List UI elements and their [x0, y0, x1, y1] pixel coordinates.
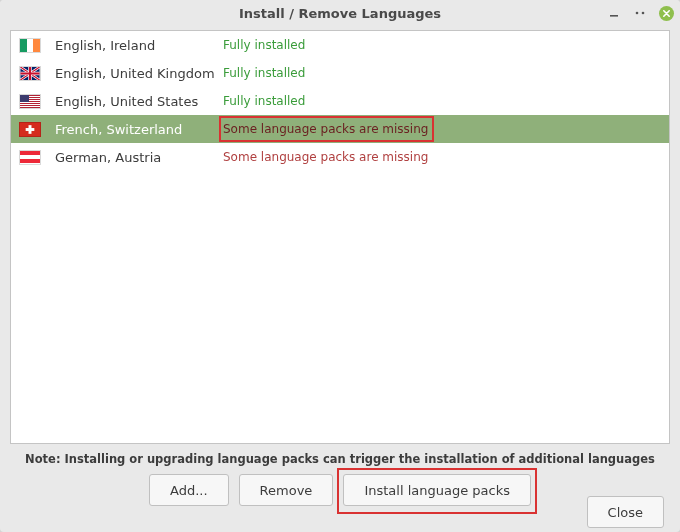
svg-rect-7 — [20, 72, 39, 74]
language-name: German, Austria — [55, 150, 223, 165]
window: Install / Remove Languages English, Irel… — [0, 0, 680, 532]
flag-icon — [19, 66, 41, 81]
language-name: English, United States — [55, 94, 223, 109]
svg-point-1 — [636, 12, 639, 15]
footer-right-buttons: Close — [587, 496, 664, 528]
footer: Add... Remove Install language packs Clo… — [0, 474, 680, 532]
maximize-icon[interactable] — [633, 6, 647, 20]
install-note: Note: Installing or upgrading language p… — [0, 444, 680, 474]
close-button[interactable]: Close — [587, 496, 664, 528]
language-name: English, United Kingdom — [55, 66, 223, 81]
language-row[interactable]: French, SwitzerlandSome language packs a… — [11, 115, 669, 143]
svg-rect-9 — [26, 128, 35, 131]
close-icon[interactable] — [659, 6, 674, 21]
svg-rect-0 — [610, 15, 618, 17]
language-row[interactable]: English, United StatesFully installed — [11, 87, 669, 115]
language-status: Some language packs are missing — [223, 122, 428, 136]
add-button[interactable]: Add... — [149, 474, 229, 506]
flag-icon — [19, 38, 41, 53]
flag-icon — [19, 94, 41, 109]
remove-button[interactable]: Remove — [239, 474, 334, 506]
svg-point-2 — [642, 12, 645, 15]
titlebar: Install / Remove Languages — [0, 0, 680, 26]
language-name: English, Ireland — [55, 38, 223, 53]
language-status: Fully installed — [223, 38, 305, 52]
minimize-icon[interactable] — [607, 6, 621, 20]
language-status: Fully installed — [223, 66, 305, 80]
window-actions — [607, 0, 674, 26]
language-status: Some language packs are missing — [223, 150, 428, 164]
install-language-packs-button[interactable]: Install language packs — [343, 474, 531, 506]
language-name: French, Switzerland — [55, 122, 223, 137]
language-row[interactable]: German, AustriaSome language packs are m… — [11, 143, 669, 171]
flag-icon — [19, 122, 41, 137]
language-row[interactable]: English, IrelandFully installed — [11, 31, 669, 59]
flag-icon — [19, 150, 41, 165]
window-title: Install / Remove Languages — [0, 6, 680, 21]
language-row[interactable]: English, United KingdomFully installed — [11, 59, 669, 87]
language-status: Fully installed — [223, 94, 305, 108]
language-list[interactable]: English, IrelandFully installedEnglish, … — [10, 30, 670, 444]
footer-center-buttons: Add... Remove Install language packs — [0, 474, 680, 506]
